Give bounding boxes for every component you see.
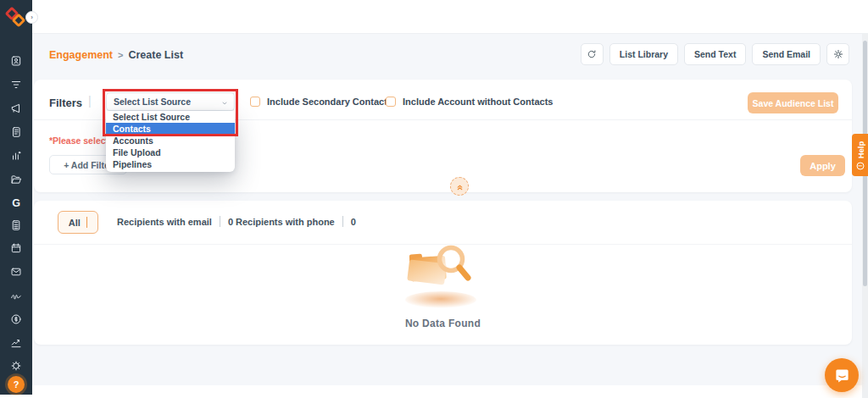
recipients-with-phone: Recipients with phone 0 [236,216,356,227]
breadcrumb: Engagement > Create List [49,49,183,61]
calendar-icon[interactable] [6,238,26,258]
dropdown-option[interactable]: Pipelines [106,158,235,170]
tab-all-label: All [69,218,81,228]
funnel-icon[interactable] [6,75,26,95]
include-secondary-contacts-label: Include Secondary Contacts [267,97,392,107]
chat-bubble-icon [834,368,850,384]
page-title: Create List [128,49,183,61]
line-chart-icon[interactable] [6,333,26,353]
bar-chart-icon[interactable] [6,146,26,166]
chevron-down-icon [221,98,228,105]
recipients-phone-count: 0 [351,217,356,227]
help-tab-label: Help [855,141,865,158]
page-toolbar: List Library Send Text Send Email [581,43,849,65]
breadcrumb-separator: > [118,50,123,60]
folder-icon[interactable] [6,169,26,190]
gear-icon[interactable] [6,356,26,376]
help-tab[interactable]: i Help [852,134,868,176]
recipients-email-label: Recipients with email [117,217,212,227]
sidebar-help-label: ? [14,379,19,390]
tab-all-divider [86,217,88,228]
dropdown-option[interactable]: Accounts [106,135,235,146]
google-icon[interactable]: G [6,193,26,213]
list-source-dropdown: Select List Source Contacts Accounts Fil… [106,111,235,172]
collapse-panel-button[interactable] [450,177,469,196]
send-text-button[interactable]: Send Text [684,43,746,65]
include-account-without-contacts-option[interactable]: Include Account without Contacts [386,97,553,107]
include-account-without-contacts-label: Include Account without Contacts [403,97,553,107]
page-bottom-strip [32,385,868,398]
include-secondary-contacts-option[interactable]: Include Secondary Contacts [250,97,392,107]
recipients-phone-label: Recipients with phone [236,217,335,227]
refresh-button[interactable] [581,43,604,65]
refresh-icon [587,49,597,59]
send-email-button[interactable]: Send Email [752,43,821,65]
checkbox-unchecked[interactable] [250,97,260,107]
breadcrumb-section[interactable]: Engagement [49,49,113,61]
recipients-with-email: Recipients with email 0 [117,216,233,227]
sidebar-expand-button[interactable]: › [25,11,38,24]
google-g-label: G [12,197,20,209]
filters-title-divider: | [88,94,92,108]
gear-icon [833,49,843,59]
sidebar: G ? [0,0,32,395]
dropdown-option-highlighted[interactable]: Contacts [106,123,235,135]
list-source-select-value: Select List Source [114,97,191,107]
no-data-illustration [392,242,493,313]
list-library-button[interactable]: List Library [609,43,678,65]
divider [342,216,343,227]
tab-all[interactable]: All [58,211,98,234]
calculator-icon[interactable] [6,215,26,235]
top-header [32,0,868,34]
double-chevron-up-icon [455,182,465,191]
contact-card-icon[interactable] [6,51,26,71]
dropdown-option[interactable]: File Upload [106,146,235,158]
dollar-icon[interactable] [6,309,26,329]
app-window: G ? › Contact [0,0,868,398]
help-info-icon: i [856,162,864,169]
megaphone-icon[interactable] [6,98,26,119]
chat-widget-button[interactable] [825,358,859,392]
apply-button[interactable]: Apply [800,155,845,176]
notebook-icon[interactable] [6,122,26,142]
signature-icon[interactable] [6,285,26,306]
divider [220,216,220,227]
empty-state-message: No Data Found [34,318,852,329]
dropdown-option[interactable]: Select List Source [106,111,235,123]
app-logo[interactable] [4,6,28,30]
settings-button[interactable] [826,43,849,65]
recipients-email-count: 0 [228,217,233,227]
checkbox-unchecked[interactable] [386,97,396,107]
save-audience-list-button[interactable]: Save Audience List [748,92,838,113]
filters-title: Filters [49,97,82,109]
list-source-select[interactable]: Select List Source [106,92,235,111]
scrollbar-track[interactable] [862,34,868,398]
sidebar-help-button[interactable]: ? [8,376,25,393]
mail-icon[interactable] [6,262,26,282]
